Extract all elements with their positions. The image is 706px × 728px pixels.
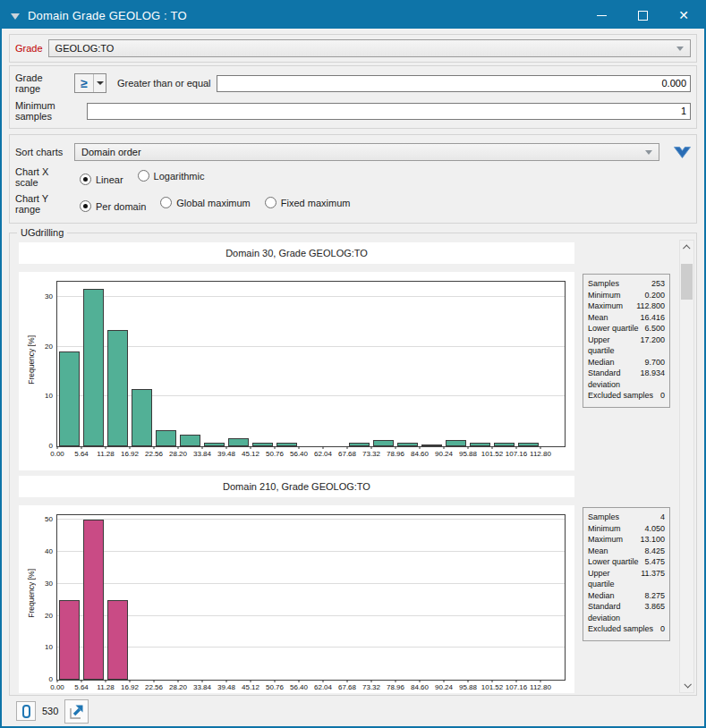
x-tick-mark <box>444 446 445 449</box>
statistic-row: Upper quartile11.375 <box>588 568 665 590</box>
chart-panel: Frequency [%]01020300.005.6411.2816.9222… <box>19 272 574 470</box>
y-axis-label: Frequency [%] <box>27 335 36 385</box>
chart-x-scale-options: LinearLogarithmic <box>80 169 218 185</box>
radio-button-icon <box>80 200 91 212</box>
x-tick-mark <box>57 446 58 449</box>
statistic-row: Samples4 <box>588 512 665 523</box>
x-tick-label: 0.00 <box>50 450 64 458</box>
pin-button[interactable] <box>16 701 36 721</box>
close-button[interactable]: ✕ <box>663 2 704 29</box>
statistic-label: Mean <box>588 546 608 557</box>
statistic-value: 3.865 <box>644 601 665 623</box>
statistic-value: 0.200 <box>644 290 665 301</box>
histogram-bar <box>276 443 296 446</box>
x-tick-mark <box>323 446 324 449</box>
x-tick-label: 39.48 <box>217 683 235 691</box>
y-range-radio-global-maximum[interactable]: Global maximum <box>160 197 251 208</box>
status-bar: 530 <box>9 696 697 726</box>
radio-label: Global maximum <box>176 198 251 208</box>
minimum-samples-input[interactable] <box>87 103 691 120</box>
x-tick-label: 39.48 <box>217 450 235 458</box>
x-tick-mark <box>226 446 227 449</box>
minimize-button[interactable] <box>581 2 622 29</box>
x-tick-mark <box>202 680 203 682</box>
x-tick-mark <box>347 680 348 682</box>
scroll-down-button[interactable] <box>680 678 693 692</box>
window-title: Domain Grade GEOLOG : TO <box>28 9 187 22</box>
x-tick-mark <box>275 680 276 682</box>
grade-range-label: Grade range <box>15 72 69 94</box>
operator-dropdown-arrow[interactable] <box>93 74 106 92</box>
capsule-icon <box>22 705 30 718</box>
x-tick-label: 78.96 <box>387 683 404 691</box>
statistic-row: Lower quartile6.500 <box>588 323 665 334</box>
statistic-label: Samples <box>588 512 619 523</box>
histogram-bar <box>107 330 127 446</box>
x-tick-mark <box>251 680 251 682</box>
chevron-down-icon <box>684 681 691 688</box>
statistic-label: Excluded samples <box>588 390 653 402</box>
x-tick-mark <box>106 680 106 682</box>
statistic-label: Lower quartile <box>588 556 639 568</box>
x-tick-mark <box>323 680 324 682</box>
operator-combobox[interactable]: ≥ <box>74 73 106 93</box>
histogram-bar <box>252 443 272 446</box>
vertical-scrollbar[interactable] <box>679 240 694 693</box>
statistic-label: Maximum <box>588 301 623 312</box>
y-tick-label: 20 <box>45 612 53 620</box>
grade-combobox[interactable]: GEOLOG:TO <box>48 39 691 57</box>
scroll-up-button[interactable] <box>680 241 693 255</box>
statistic-label: Samples <box>588 278 619 290</box>
grade-combobox-value: GEOLOG:TO <box>55 43 115 54</box>
statistic-label: Median <box>588 357 615 368</box>
grade-label: Grade <box>15 43 43 54</box>
x-scale-radio-logarithmic[interactable]: Logarithmic <box>138 170 205 182</box>
statistic-row: Standard deviation3.865 <box>588 601 665 623</box>
y-range-radio-per-domain[interactable]: Per domain <box>80 200 146 212</box>
x-tick-label: 90.24 <box>435 450 453 458</box>
histogram-bar <box>373 440 393 446</box>
statistic-value: 8.275 <box>644 590 665 602</box>
x-tick-mark <box>178 446 179 449</box>
statistic-value: 17.200 <box>640 334 665 357</box>
scrollbar-thumb[interactable] <box>681 264 693 300</box>
radio-button-icon <box>265 197 276 208</box>
statistic-value: 112.800 <box>636 301 665 312</box>
x-scale-radio-linear[interactable]: Linear <box>80 174 123 185</box>
x-tick-label: 112.80 <box>530 450 551 458</box>
open-external-button[interactable] <box>64 699 89 724</box>
maximize-button[interactable] <box>622 2 663 29</box>
close-icon: ✕ <box>678 9 689 21</box>
x-tick-mark <box>420 680 421 682</box>
statistic-label: Standard deviation <box>588 368 636 390</box>
y-axis-label: Frequency [%] <box>27 569 36 618</box>
x-tick-mark <box>299 446 300 449</box>
y-range-radio-fixed-maximum[interactable]: Fixed maximum <box>265 197 351 208</box>
histogram-bar <box>132 389 151 446</box>
histogram-bar <box>83 520 103 680</box>
chart-row: Frequency [%]01020300.005.6411.2816.9222… <box>19 272 676 470</box>
x-tick-mark <box>251 446 251 449</box>
gridline <box>57 615 565 616</box>
statistic-label: Maximum <box>588 534 623 546</box>
double-chevron-down-icon <box>674 147 691 158</box>
statistic-value: 13.100 <box>640 534 665 546</box>
x-tick-label: 62.04 <box>314 450 332 458</box>
sort-charts-combobox[interactable]: Domain order <box>74 143 659 161</box>
greater-than-input[interactable] <box>217 75 691 92</box>
statistic-value: 8.425 <box>644 546 665 557</box>
stats-column: Samples253Minimum0.200Maximum112.800Mean… <box>574 272 676 408</box>
statistic-row: Lower quartile5.475 <box>588 556 665 568</box>
statistic-label: Upper quartile <box>588 568 637 590</box>
minimum-samples-label: Minimum samples <box>15 100 81 122</box>
histogram-bar <box>204 443 224 446</box>
collapse-panel-button[interactable] <box>674 147 691 158</box>
x-tick-label: 84.60 <box>411 450 429 458</box>
titlebar[interactable]: Domain Grade GEOLOG : TO ✕ <box>2 2 704 29</box>
scrollbar-track[interactable] <box>680 255 693 678</box>
window-menu-icon[interactable] <box>11 13 20 20</box>
y-tick-label: 10 <box>45 392 53 400</box>
stats-column: Samples4Minimum4.050Maximum13.100Mean8.4… <box>574 505 676 641</box>
histogram-bar <box>397 443 417 446</box>
statistic-row: Standard deviation18.934 <box>588 368 665 390</box>
